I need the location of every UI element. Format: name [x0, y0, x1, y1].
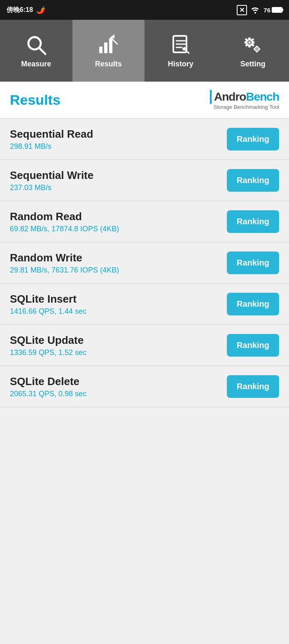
ranking-btn-seq-write[interactable]: Ranking	[227, 169, 279, 192]
result-name-sqlite-insert: SQLite Insert	[10, 293, 227, 306]
result-info-sqlite-update: SQLite Update 1336.59 QPS, 1.52 sec	[10, 334, 227, 357]
battery-display: 76	[263, 7, 282, 14]
result-name-seq-write: Sequential Write	[10, 169, 227, 182]
tab-results-label: Results	[95, 60, 122, 68]
result-value-sqlite-delete: 2065.31 QPS, 0.98 sec	[10, 390, 227, 398]
svg-rect-2	[99, 47, 103, 53]
svg-line-1	[39, 48, 45, 54]
result-value-sqlite-update: 1336.59 QPS, 1.52 sec	[10, 348, 227, 357]
tab-measure[interactable]: Measure	[0, 20, 72, 82]
status-left: 傍晚6:18 🌶️	[7, 5, 45, 14]
result-info-seq-write: Sequential Write 237.03 MB/s	[10, 169, 227, 192]
result-row-rand-read: Random Read 69.82 MB/s, 17874.8 IOPS (4K…	[0, 201, 289, 242]
tab-history-label: History	[168, 60, 193, 68]
result-row-seq-read: Sequential Read 298.91 MB/s Ranking	[0, 119, 289, 160]
result-name-seq-read: Sequential Read	[10, 128, 227, 141]
result-name-sqlite-update: SQLite Update	[10, 334, 227, 347]
result-value-rand-write: 29.81 MB/s, 7631.76 IOPS (4KB)	[10, 266, 227, 275]
result-value-rand-read: 69.82 MB/s, 17874.8 IOPS (4KB)	[10, 225, 227, 233]
svg-point-23	[256, 48, 258, 50]
results-icon	[97, 33, 120, 56]
svg-rect-27	[259, 48, 260, 50]
nav-tabs: Measure Results	[0, 20, 289, 82]
result-row-sqlite-delete: SQLite Delete 2065.31 QPS, 0.98 sec Rank…	[0, 366, 289, 407]
wifi-icon	[250, 6, 260, 14]
ranking-btn-sqlite-insert[interactable]: Ranking	[227, 293, 279, 315]
tab-history[interactable]: History	[144, 20, 217, 82]
brand-bar	[210, 90, 212, 104]
ranking-btn-rand-read[interactable]: Ranking	[227, 210, 279, 233]
tab-setting-label: Setting	[240, 60, 266, 68]
svg-rect-4	[109, 38, 112, 53]
svg-rect-26	[254, 48, 255, 50]
ranking-btn-sqlite-update[interactable]: Ranking	[227, 334, 279, 357]
status-right: ✕ 76	[237, 5, 282, 15]
result-info-sqlite-delete: SQLite Delete 2065.31 QPS, 0.98 sec	[10, 375, 227, 398]
brand-tagline: Storage Benchmarking Tool	[214, 104, 279, 110]
result-info-seq-read: Sequential Read 298.91 MB/s	[10, 128, 227, 151]
svg-rect-17	[252, 41, 254, 44]
ranking-btn-rand-write[interactable]: Ranking	[227, 251, 279, 274]
svg-rect-24	[256, 46, 258, 47]
content-area: Results AndroBench Storage Benchmarking …	[0, 82, 289, 644]
tab-setting[interactable]: Setting	[217, 20, 289, 82]
result-row-sqlite-insert: SQLite Insert 1416.66 QPS, 1.44 sec Rank…	[0, 284, 289, 325]
battery-percent: 76	[263, 7, 270, 14]
result-row-seq-write: Sequential Write 237.03 MB/s Ranking	[0, 160, 289, 201]
svg-point-13	[248, 41, 251, 44]
brand-logo: AndroBench Storage Benchmarking Tool	[210, 90, 279, 110]
close-icon: ✕	[237, 5, 247, 15]
battery-icon	[272, 7, 282, 13]
result-name-rand-write: Random Write	[10, 251, 227, 264]
results-header: Results AndroBench Storage Benchmarking …	[0, 82, 289, 119]
result-info-sqlite-insert: SQLite Insert 1416.66 QPS, 1.44 sec	[10, 293, 227, 316]
history-icon	[169, 33, 192, 56]
setting-icon	[241, 33, 264, 56]
result-value-seq-write: 237.03 MB/s	[10, 183, 227, 192]
svg-rect-25	[256, 51, 258, 52]
results-list: Sequential Read 298.91 MB/s Ranking Sequ…	[0, 119, 289, 407]
ranking-btn-sqlite-delete[interactable]: Ranking	[227, 375, 279, 398]
flame-icon: 🌶️	[36, 5, 45, 14]
tab-measure-label: Measure	[21, 60, 51, 68]
results-page-title: Results	[10, 92, 61, 108]
status-time: 傍晚6:18	[7, 6, 33, 14]
result-value-sqlite-insert: 1416.66 QPS, 1.44 sec	[10, 307, 227, 316]
svg-rect-3	[104, 42, 107, 53]
result-name-rand-read: Random Read	[10, 210, 227, 223]
status-bar: 傍晚6:18 🌶️ ✕ 76	[0, 0, 289, 20]
measure-icon	[25, 33, 48, 56]
svg-rect-16	[245, 41, 247, 44]
svg-rect-14	[248, 38, 251, 40]
brand-name: AndroBench	[214, 90, 279, 103]
result-row-rand-write: Random Write 29.81 MB/s, 7631.76 IOPS (4…	[0, 242, 289, 284]
result-info-rand-read: Random Read 69.82 MB/s, 17874.8 IOPS (4K…	[10, 210, 227, 233]
tab-results[interactable]: Results	[72, 20, 145, 82]
svg-rect-15	[248, 45, 251, 47]
result-name-sqlite-delete: SQLite Delete	[10, 375, 227, 388]
result-info-rand-write: Random Write 29.81 MB/s, 7631.76 IOPS (4…	[10, 251, 227, 275]
ranking-btn-seq-read[interactable]: Ranking	[227, 128, 279, 150]
result-value-seq-read: 298.91 MB/s	[10, 142, 227, 151]
result-row-sqlite-update: SQLite Update 1336.59 QPS, 1.52 sec Rank…	[0, 325, 289, 366]
